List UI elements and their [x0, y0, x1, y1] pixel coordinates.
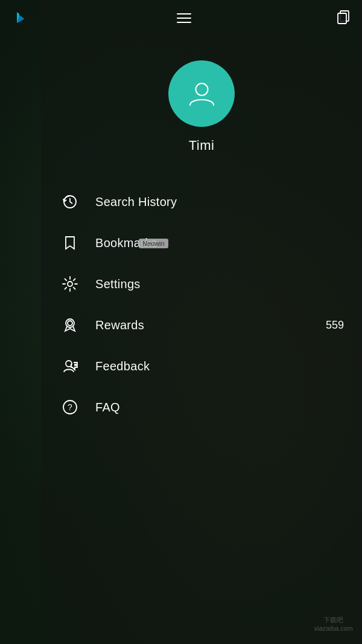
menu-item-rewards[interactable]: Rewards 559: [41, 304, 362, 346]
menu-item-faq[interactable]: ? FAQ: [41, 387, 362, 428]
copy-button[interactable]: [335, 8, 351, 28]
menu-list: Search History Bookmarks Settings: [41, 181, 362, 428]
user-section: Timi: [41, 42, 362, 172]
menu-item-feedback[interactable]: Feedback: [41, 346, 362, 387]
rewards-icon: [59, 314, 81, 336]
history-icon: [59, 191, 81, 213]
menu-item-settings[interactable]: Settings: [41, 263, 362, 304]
sidebar-strip: [0, 0, 41, 644]
rewards-label: Rewards: [95, 318, 326, 332]
svg-point-2: [195, 83, 208, 95]
username: Timi: [189, 138, 215, 153]
settings-label: Settings: [95, 277, 344, 291]
faq-label: FAQ: [95, 401, 344, 414]
hamburger-button[interactable]: [177, 13, 191, 23]
menu-item-bookmarks[interactable]: Bookmarks: [41, 222, 362, 263]
settings-icon: [59, 273, 81, 295]
menu-item-search-history[interactable]: Search History: [41, 181, 362, 222]
svg-text:?: ?: [68, 402, 72, 412]
search-history-label: Search History: [95, 195, 344, 209]
feedback-label: Feedback: [95, 359, 344, 373]
bing-logo: [11, 7, 33, 29]
bookmarks-label: Bookmarks: [95, 236, 344, 250]
neowin-watermark: Neowin: [139, 239, 168, 248]
top-bar: [0, 0, 362, 36]
svg-point-6: [68, 321, 72, 326]
svg-rect-1: [338, 13, 346, 24]
feedback-icon: [59, 355, 81, 377]
svg-point-5: [66, 319, 74, 327]
avatar[interactable]: [168, 60, 235, 127]
bookmark-icon: [59, 232, 81, 254]
download-watermark: 下载吧xiazaiba.com: [314, 616, 353, 632]
faq-icon: ?: [59, 396, 81, 418]
rewards-badge: 559: [326, 319, 344, 332]
svg-point-4: [68, 282, 72, 286]
